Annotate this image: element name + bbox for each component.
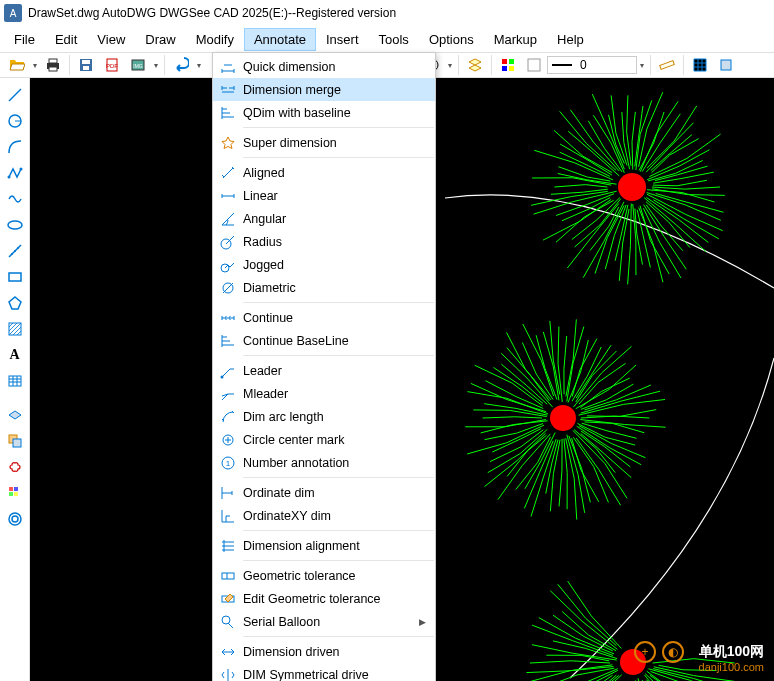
grid-button[interactable]: [688, 54, 712, 76]
ellipse-tool[interactable]: [3, 213, 27, 237]
menu-item-linear[interactable]: Linear: [213, 184, 435, 207]
menu-item-number-annotation[interactable]: 1Number annotation: [213, 451, 435, 474]
menu-item-ordinate-dim[interactable]: Ordinate dim: [213, 481, 435, 504]
menu-item-edit-geometric-tolerance[interactable]: Edit Geometric tolerance: [213, 587, 435, 610]
svg-point-27: [17, 247, 19, 249]
menu-item-diametric[interactable]: Diametric: [213, 276, 435, 299]
menu-edit[interactable]: Edit: [45, 28, 87, 51]
hatch-tool[interactable]: [3, 317, 27, 341]
menu-item-ordinatexy-dim[interactable]: OrdinateXY dim: [213, 504, 435, 527]
menu-annotate[interactable]: Annotate: [244, 28, 316, 51]
circle-tool[interactable]: [3, 109, 27, 133]
svg-text:1: 1: [226, 459, 231, 468]
revcloud-tool[interactable]: [3, 455, 27, 479]
menu-item-dimension-driven[interactable]: Dimension driven: [213, 640, 435, 663]
arc-tool[interactable]: [3, 135, 27, 159]
menu-options[interactable]: Options: [419, 28, 484, 51]
spline-tool[interactable]: [3, 187, 27, 211]
menu-item-geometric-tolerance[interactable]: Geometric tolerance: [213, 564, 435, 587]
svg-point-53: [222, 616, 230, 624]
menu-item-dimension-alignment[interactable]: Dimension alignment: [213, 534, 435, 557]
export-pdf-button[interactable]: PDF: [100, 54, 124, 76]
lineweight-input[interactable]: 0: [547, 56, 637, 74]
line-tool[interactable]: [3, 83, 27, 107]
menu-item-radius[interactable]: Radius: [213, 230, 435, 253]
linear-icon: [213, 188, 243, 204]
rectangle-tool[interactable]: [3, 265, 27, 289]
area-button[interactable]: [714, 54, 738, 76]
menu-item-super-dimension[interactable]: Super dimension: [213, 131, 435, 154]
export-dropdown-icon[interactable]: ▾: [151, 61, 161, 70]
undo-button[interactable]: [169, 54, 193, 76]
svg-rect-28: [9, 273, 21, 281]
ordinate-icon: [213, 485, 243, 501]
menu-item-mleader[interactable]: Mleader: [213, 382, 435, 405]
polygon-tool[interactable]: [3, 291, 27, 315]
menu-help[interactable]: Help: [547, 28, 594, 51]
menu-item-jogged[interactable]: Jogged: [213, 253, 435, 276]
menu-draw[interactable]: Draw: [135, 28, 185, 51]
svg-point-42: [12, 516, 18, 522]
svg-point-21: [7, 176, 10, 179]
print-button[interactable]: [41, 54, 65, 76]
measure-button[interactable]: [655, 54, 679, 76]
menu-item-dimension-merge[interactable]: Dimension merge: [213, 78, 435, 101]
undo-dropdown-icon[interactable]: ▾: [194, 61, 204, 70]
menu-item-qdim-with-baseline[interactable]: QDim with baseline: [213, 101, 435, 124]
menu-item-dim-arc-length[interactable]: Dim arc length: [213, 405, 435, 428]
menu-tools[interactable]: Tools: [369, 28, 419, 51]
open-button[interactable]: [5, 54, 29, 76]
svg-rect-2: [49, 67, 57, 71]
text-tool[interactable]: A: [3, 343, 27, 367]
circle-dropdown-icon[interactable]: ▾: [445, 61, 455, 70]
wipeout-tool[interactable]: [3, 429, 27, 453]
svg-rect-14: [509, 66, 514, 71]
save-button[interactable]: [74, 54, 98, 76]
block-tool[interactable]: [3, 403, 27, 427]
left-toolbar: A: [0, 78, 30, 681]
layers-tool[interactable]: [3, 481, 27, 505]
ordinatexy-icon: [213, 508, 243, 524]
svg-rect-4: [82, 60, 90, 64]
color-button[interactable]: [496, 54, 520, 76]
menu-markup[interactable]: Markup: [484, 28, 547, 51]
table-tool[interactable]: [3, 369, 27, 393]
open-dropdown-icon[interactable]: ▾: [30, 61, 40, 70]
editgeotol-icon: [213, 591, 243, 607]
menu-item-dim-symmetrical-drive[interactable]: DIM Symmetrical drive: [213, 663, 435, 681]
number-icon: 1: [213, 455, 243, 471]
menu-item-quick-dimension[interactable]: Quick dimension: [213, 55, 435, 78]
submenu-arrow-icon: ▶: [419, 617, 435, 627]
svg-text:IMG: IMG: [133, 63, 143, 69]
donut-tool[interactable]: [3, 507, 27, 531]
menu-item-leader[interactable]: Leader: [213, 359, 435, 382]
color-swatch[interactable]: [522, 54, 546, 76]
menu-item-angular[interactable]: Angular: [213, 207, 435, 230]
svg-rect-17: [721, 60, 731, 70]
menu-item-continue[interactable]: Continue: [213, 306, 435, 329]
svg-text:PDF: PDF: [106, 63, 118, 69]
polyline-tool[interactable]: [3, 161, 27, 185]
menu-insert[interactable]: Insert: [316, 28, 369, 51]
layer-button[interactable]: [463, 54, 487, 76]
annotate-dropdown: Quick dimensionDimension mergeQDim with …: [212, 52, 436, 681]
menu-item-serial-balloon[interactable]: Serial Balloon▶: [213, 610, 435, 633]
menu-modify[interactable]: Modify: [186, 28, 244, 51]
baseline-icon: [213, 105, 243, 121]
window-title: DrawSet.dwg AutoDWG DWGSee CAD 2025(E:)-…: [28, 6, 396, 20]
divide-tool[interactable]: [3, 239, 27, 263]
menu-file[interactable]: File: [4, 28, 45, 51]
geotol-icon: [213, 568, 243, 584]
menu-item-circle-center-mark[interactable]: Circle center mark: [213, 428, 435, 451]
menu-item-aligned[interactable]: Aligned: [213, 161, 435, 184]
menu-view[interactable]: View: [87, 28, 135, 51]
lineweight-dropdown-icon[interactable]: ▾: [637, 61, 647, 70]
menu-item-continue-baseline[interactable]: Continue BaseLine: [213, 329, 435, 352]
export-img-button[interactable]: IMG: [126, 54, 150, 76]
svg-rect-5: [83, 66, 89, 70]
jogged-icon: [213, 257, 243, 273]
ccmark-icon: [213, 432, 243, 448]
svg-rect-16: [660, 61, 675, 70]
continue-icon: [213, 310, 243, 326]
svg-rect-50: [222, 573, 234, 579]
